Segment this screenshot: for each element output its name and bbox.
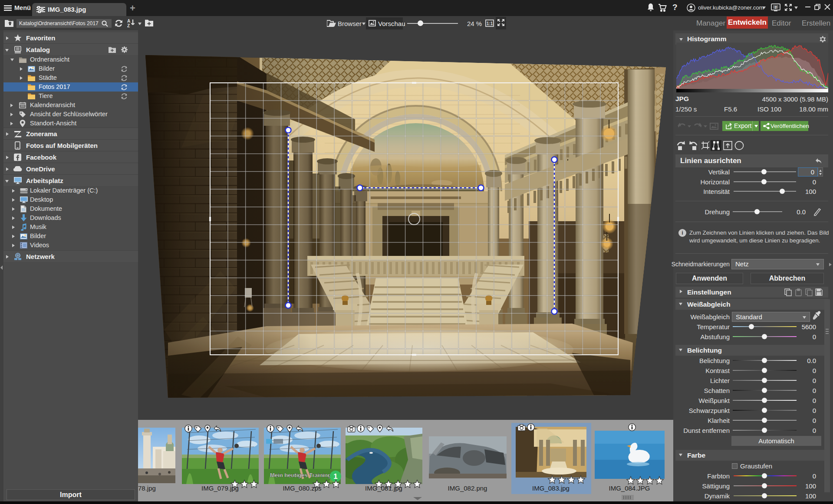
svg-text:IMG_081.jpg: IMG_081.jpg bbox=[365, 484, 402, 492]
svg-text:IMG_079.jpg: IMG_079.jpg bbox=[201, 484, 239, 492]
svg-text:IMG_080.zps: IMG_080.zps bbox=[283, 484, 321, 492]
svg-text:IMG_082.png: IMG_082.png bbox=[448, 484, 487, 492]
svg-text:IMG_084.JPG: IMG_084.JPG bbox=[609, 484, 650, 492]
svg-text:IMG_083.jpg: IMG_083.jpg bbox=[532, 484, 570, 492]
svg-text:78.jpg: 78.jpg bbox=[138, 484, 156, 492]
svg-text:1: 1 bbox=[333, 472, 337, 481]
svg-text:Mein heutiges Training: Mein heutiges Training bbox=[270, 472, 331, 478]
